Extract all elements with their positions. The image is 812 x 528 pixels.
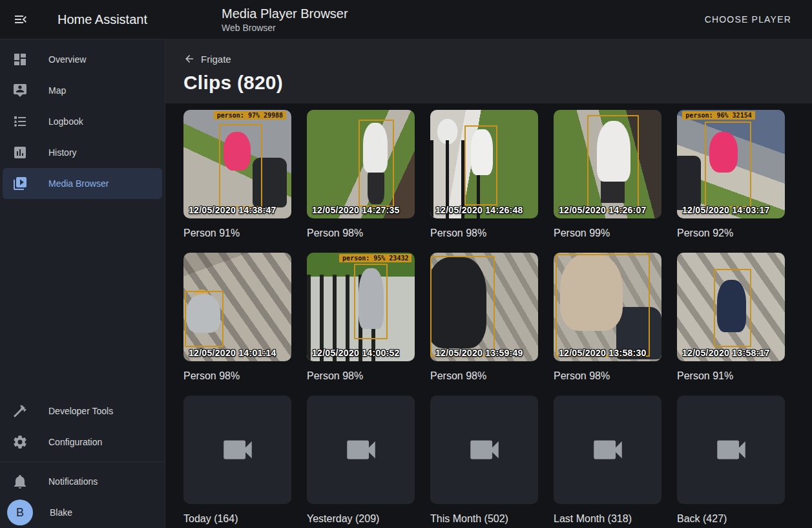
folder-thumbnail (677, 396, 785, 504)
clip-label: Person 98% (430, 370, 538, 383)
clip-label: Person 98% (307, 370, 415, 383)
timestamp-overlay: 12/05/2020 13:58:17 (682, 348, 770, 358)
sidebar-item-map[interactable]: Map (0, 75, 165, 106)
clip-card[interactable]: 12/05/2020 13:58:30 Person 98% (554, 253, 661, 383)
detection-chip: person: 95% 23432 (339, 254, 411, 262)
sidebar-item-notifications[interactable]: Notifications (0, 466, 165, 497)
sidebar-item-label: Logbook (48, 116, 83, 127)
folder-label: This Month (502) (430, 512, 538, 525)
clip-label: Person 91% (183, 227, 291, 240)
hammer-icon (12, 403, 28, 419)
clip-thumbnail: 12/05/2020 13:58:30 (554, 253, 661, 361)
sidebar-item-developer-tools[interactable]: Developer Tools (0, 396, 165, 427)
folder-card-today[interactable]: Today (164) (183, 396, 291, 525)
sidebar-item-label: Map (48, 85, 66, 96)
clip-label: Person 98% (554, 370, 661, 383)
sidebar-item-label: Media Browser (48, 178, 109, 189)
clip-card[interactable]: person: 96% 32154 12/05/2020 14:03:17 Pe… (677, 110, 785, 240)
user-name-label: Blake (50, 507, 72, 518)
bulleted-list-icon (12, 114, 28, 129)
clip-card[interactable]: 12/05/2020 14:26:48 Person 98% (430, 110, 538, 240)
timestamp-overlay: 12/05/2020 14:03:17 (682, 205, 770, 215)
main-content: Frigate Clips (820) person: 97% 29988 12… (165, 39, 812, 528)
clip-thumbnail: 12/05/2020 14:26:07 (554, 110, 661, 218)
video-camera-icon (342, 431, 380, 469)
clip-thumbnail: 12/05/2020 13:58:17 (677, 253, 785, 361)
page-heading: Clips (820) (183, 72, 794, 94)
sidebar-item-label: Configuration (48, 437, 102, 447)
timestamp-overlay: 12/05/2020 14:26:07 (559, 205, 647, 215)
folder-thumbnail (307, 396, 415, 504)
sidebar-item-logbook[interactable]: Logbook (0, 106, 165, 137)
clip-label: Person 99% (554, 227, 661, 240)
media-grid: person: 97% 29988 12/05/2020 14:38:47 Pe… (183, 110, 794, 525)
clip-card[interactable]: person: 95% 23432 12/05/2020 14:00:52 Pe… (307, 253, 415, 383)
clip-thumbnail: person: 97% 29988 12/05/2020 14:38:47 (183, 110, 291, 218)
sidebar-item-overview[interactable]: Overview (0, 44, 165, 75)
folder-card-yesterday[interactable]: Yesterday (209) (307, 396, 415, 525)
detection-bbox (556, 254, 649, 357)
arrow-left-icon (183, 53, 195, 65)
menu-open-icon[interactable] (13, 12, 28, 27)
clip-label: Person 98% (430, 227, 538, 240)
tooltip-account-icon (12, 83, 28, 98)
sidebar-item-configuration[interactable]: Configuration (0, 427, 165, 458)
sidebar-item-label: History (48, 147, 77, 158)
page-title: Media Player Browser (222, 6, 348, 21)
folder-card-back[interactable]: Back (427) (677, 396, 785, 525)
video-camera-icon (466, 431, 503, 469)
timestamp-overlay: 12/05/2020 14:26:48 (435, 205, 523, 215)
topbar-main: Media Player Browser Web Browser CHOOSE … (165, 6, 812, 34)
video-camera-icon (589, 431, 627, 469)
folder-card-last-month[interactable]: Last Month (318) (554, 396, 661, 525)
detection-bbox (464, 125, 497, 206)
folder-thumbnail (183, 396, 291, 504)
choose-player-button[interactable]: CHOOSE PLAYER (700, 9, 796, 30)
clip-card[interactable]: person: 97% 29988 12/05/2020 14:38:47 Pe… (183, 110, 291, 240)
clip-card[interactable]: 12/05/2020 14:26:07 Person 99% (554, 110, 661, 240)
detection-bbox (587, 115, 639, 211)
view-dashboard-icon (12, 52, 28, 67)
video-camera-icon (713, 431, 750, 469)
folder-label: Last Month (318) (554, 512, 661, 525)
clip-card[interactable]: 12/05/2020 14:01:14 Person 98% (183, 253, 291, 383)
clip-thumbnail: 12/05/2020 14:01:14 (183, 253, 291, 361)
sidebar-item-media-browser[interactable]: Media Browser (3, 168, 162, 199)
media-grid-container: person: 97% 29988 12/05/2020 14:38:47 Pe… (165, 103, 812, 528)
clip-card[interactable]: 12/05/2020 13:58:17 Person 91% (677, 253, 785, 383)
timestamp-overlay: 12/05/2020 14:38:47 (189, 205, 276, 215)
folder-card-this-month[interactable]: This Month (502) (430, 396, 538, 525)
timestamp-overlay: 12/05/2020 14:00:52 (312, 348, 400, 358)
sidebar-item-user[interactable]: B Blake (0, 497, 165, 528)
detection-bbox (185, 291, 224, 347)
clip-label: Person 98% (183, 370, 291, 383)
detection-bbox (705, 121, 751, 207)
gear-icon (12, 434, 28, 450)
folder-thumbnail (554, 396, 661, 504)
detection-bbox (359, 120, 394, 206)
clip-card[interactable]: 12/05/2020 14:27:35 Person 98% (307, 110, 415, 240)
timestamp-overlay: 12/05/2020 14:27:35 (312, 205, 400, 215)
sidebar-item-history[interactable]: History (0, 137, 165, 168)
sidebar-divider (0, 461, 165, 462)
timestamp-overlay: 12/05/2020 14:01:14 (189, 348, 276, 358)
folder-thumbnail (430, 396, 538, 504)
bell-icon (12, 474, 28, 489)
user-avatar: B (7, 500, 33, 525)
breadcrumb-label: Frigate (201, 54, 231, 65)
breadcrumb-back[interactable]: Frigate (183, 53, 231, 65)
detection-chip: person: 97% 29988 (214, 111, 286, 120)
sidebar: Overview Map Logbook History Media Brows… (0, 39, 165, 528)
page-subtitle: Web Browser (222, 22, 348, 34)
folder-label: Yesterday (209) (307, 512, 415, 525)
sidebar-spacer (0, 199, 165, 396)
detection-bbox (714, 269, 751, 347)
clip-thumbnail: person: 96% 32154 12/05/2020 14:03:17 (677, 110, 785, 218)
media-browser-header: Frigate Clips (820) (165, 39, 812, 103)
clip-card[interactable]: 12/05/2020 13:59:49 Person 98% (430, 253, 538, 383)
clip-thumbnail: 12/05/2020 14:27:35 (307, 110, 415, 218)
detection-bbox (430, 256, 495, 357)
play-box-multiple-icon (12, 176, 28, 191)
chart-box-icon (12, 145, 28, 160)
detection-bbox (354, 264, 388, 340)
